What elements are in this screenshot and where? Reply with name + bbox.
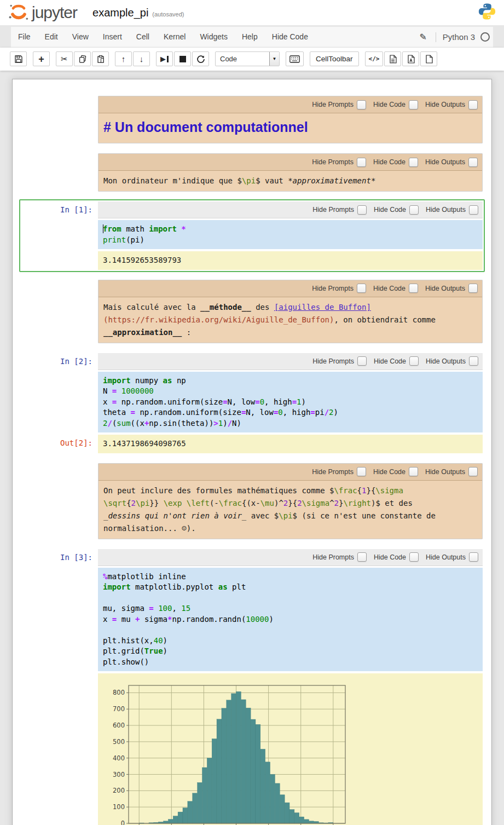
prompt-spacer <box>21 96 98 143</box>
menu-item-insert[interactable]: Insert <box>96 27 129 47</box>
prompt-spacer <box>21 220 98 249</box>
hide-outputs-checkbox[interactable] <box>468 467 478 476</box>
hide-code-checkbox[interactable] <box>409 356 419 366</box>
code-editor[interactable]: import numpy as npN = 1000000x = np.rand… <box>98 372 483 433</box>
menu-item-widgets[interactable]: Widgets <box>193 27 235 47</box>
prompt-spacer <box>21 671 98 825</box>
cell-toolbar: Hide PromptsHide CodeHide Outputs <box>99 96 482 113</box>
hide-prompts-label: Hide Prompts <box>312 206 354 214</box>
header: jupyter example_pi (autosaved) <box>0 0 504 25</box>
insert-cell-below-button[interactable]: + <box>33 51 50 66</box>
hide-code-checkbox[interactable] <box>409 100 418 109</box>
cell-md-title[interactable]: Hide PromptsHide CodeHide Outputs# Un do… <box>19 94 485 146</box>
output-prompt: Out[2]: <box>21 432 98 453</box>
cell-code-2[interactable]: In [2]:Hide PromptsHide CodeHide Outputs… <box>19 351 485 455</box>
paste-cell-button[interactable] <box>92 51 109 66</box>
hide-prompts-checkbox[interactable] <box>357 284 366 293</box>
hide-outputs-checkbox[interactable] <box>468 100 478 109</box>
hide-prompts-label: Hide Prompts <box>312 553 354 561</box>
celltoolbar-button[interactable]: CellToolbar <box>310 51 359 66</box>
cell-toolbar: Hide PromptsHide CodeHide Outputs <box>98 201 483 218</box>
markdown-editor[interactable]: # Un document computationnel <box>99 113 482 143</box>
menu-item-file[interactable]: File <box>11 27 38 47</box>
code-editor[interactable]: from math import *print(pi) <box>98 220 483 249</box>
interrupt-kernel-button[interactable] <box>174 51 191 66</box>
text-line: plt.grid(True) <box>103 646 478 657</box>
prompt-spacer <box>21 249 98 270</box>
hide-code-checkbox[interactable] <box>409 552 419 562</box>
file-text-icon <box>389 55 397 64</box>
menu-item-cell[interactable]: Cell <box>129 27 157 47</box>
text-line: _dessins qui n'ont rien à voir_ avec $\p… <box>103 510 477 522</box>
hide-outputs-checkbox[interactable] <box>469 205 478 215</box>
hide-prompts-label: Hide Prompts <box>312 468 354 476</box>
hide-outputs-label: Hide Outputs <box>426 553 466 561</box>
text-line: On peut inclure des formules mathématiqu… <box>103 484 477 497</box>
run-icon-bar <box>167 56 169 62</box>
export-pdf-button[interactable] <box>402 51 419 66</box>
hide-prompts-checkbox[interactable] <box>357 552 367 562</box>
menu-bar: FileEditViewInsertCellKernelWidgetsHelpH… <box>11 27 493 48</box>
hide-code-checkbox[interactable] <box>409 205 419 215</box>
text-line: x = np.random.uniform(size=N, low=0, hig… <box>103 397 478 408</box>
code-editor[interactable]: %matplotlib inlineimport matplotlib.pypl… <box>98 568 483 672</box>
svg-text:600: 600 <box>113 722 125 729</box>
save-button[interactable] <box>10 51 27 66</box>
input-prompt: In [3]: <box>21 549 98 568</box>
move-cell-up-button[interactable]: ↑ <box>115 51 132 66</box>
hide-prompts-checkbox[interactable] <box>357 158 366 167</box>
restart-kernel-button[interactable] <box>192 51 209 66</box>
markdown-editor[interactable]: Mon ordinateur m'indique que $\pi$ vaut … <box>99 171 482 191</box>
input-prompt: In [1]: <box>21 201 98 220</box>
cell-toolbar: Hide PromptsHide CodeHide Outputs <box>98 353 483 370</box>
hide-prompts-checkbox[interactable] <box>357 100 366 109</box>
text-line: print(pi) <box>103 235 478 246</box>
hide-code-checkbox[interactable] <box>409 158 418 167</box>
hide-outputs-checkbox[interactable] <box>468 158 478 167</box>
notebook-title[interactable]: example_pi <box>92 7 148 19</box>
hide-prompts-checkbox[interactable] <box>357 205 367 215</box>
hide-outputs-label: Hide Outputs <box>425 101 465 108</box>
markdown-editor[interactable]: Mais calculé avec la __méthode__ des [ai… <box>99 297 482 343</box>
menu-item-kernel[interactable]: Kernel <box>157 27 193 47</box>
jupyter-logo-icon[interactable] <box>8 1 30 25</box>
cell-md-buffon[interactable]: Hide PromptsHide CodeHide OutputsMais ca… <box>19 278 485 345</box>
move-cell-down-button[interactable]: ↓ <box>133 51 150 66</box>
export-clear-button[interactable] <box>420 51 437 66</box>
hide-code-checkbox[interactable] <box>409 467 418 476</box>
jupyter-app: jupyter example_pi (autosaved) FileEditV… <box>0 0 504 825</box>
hide-outputs-checkbox[interactable] <box>469 552 478 562</box>
toggle-code-button[interactable]: </> <box>365 51 384 66</box>
hide-prompts-checkbox[interactable] <box>357 356 367 366</box>
markdown-editor[interactable]: On peut inclure des formules mathématiqu… <box>99 481 482 539</box>
menu-item-edit[interactable]: Edit <box>38 27 65 47</box>
hide-outputs-checkbox[interactable] <box>468 284 478 293</box>
hide-code-label: Hide Code <box>373 285 405 292</box>
copy-cell-button[interactable] <box>74 51 91 66</box>
cell-md-formula[interactable]: Hide PromptsHide CodeHide OutputsOn peut… <box>19 461 485 541</box>
cell-md-intro[interactable]: Hide PromptsHide CodeHide OutputsMon ord… <box>19 151 485 194</box>
run-cell-button[interactable]: ▶ <box>156 51 173 66</box>
menu-item-hide-code[interactable]: Hide Code <box>265 27 315 47</box>
hide-outputs-checkbox[interactable] <box>469 356 478 366</box>
cut-cell-button[interactable]: ✂ <box>56 51 73 66</box>
svg-text:0: 0 <box>121 820 125 825</box>
menu-item-view[interactable]: View <box>65 27 96 47</box>
export-html-button[interactable] <box>384 51 401 66</box>
keyboard-shortcuts-button[interactable] <box>286 51 304 66</box>
cell-code-3[interactable]: In [3]:Hide PromptsHide CodeHide Outputs… <box>19 547 485 825</box>
stop-icon <box>179 56 186 62</box>
hide-prompts-checkbox[interactable] <box>357 467 366 476</box>
cell-code-1[interactable]: In [1]:Hide PromptsHide CodeHide Outputs… <box>19 199 485 272</box>
hide-code-label: Hide Code <box>374 206 406 214</box>
hide-code-label: Hide Code <box>374 357 406 365</box>
hide-code-checkbox[interactable] <box>409 284 418 293</box>
output-chart: 4060801001201401600100200300400500600700… <box>98 673 483 825</box>
output-line: 3.141592653589793 <box>103 255 478 266</box>
notebook-container: Hide PromptsHide CodeHide Outputs# Un do… <box>12 79 492 825</box>
histogram-figure: 4060801001201401600100200300400500600700… <box>103 679 351 825</box>
text-line: plt.hist(x,40) <box>103 636 478 647</box>
svg-text:500: 500 <box>113 738 125 746</box>
menu-item-help[interactable]: Help <box>235 27 265 47</box>
cell-type-select[interactable]: Code ▼ <box>215 51 280 66</box>
